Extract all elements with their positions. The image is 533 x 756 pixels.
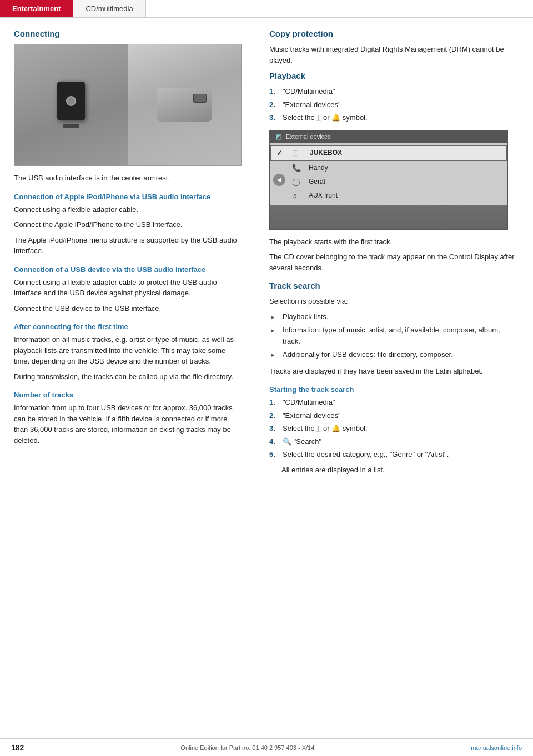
bullet-arrow-3: ▸: [271, 350, 278, 360]
number-of-tracks-title: Number of tracks: [14, 391, 241, 399]
starting-step-5: 5. Select the desired category, e.g., "G…: [269, 449, 519, 460]
aux-label: AUX front: [309, 191, 502, 199]
track-bullet-3: ▸ Additionally for USB devices: file dir…: [269, 349, 519, 360]
screen-nav-arrow-left: ◀: [273, 174, 285, 186]
usb-device-title: Connection of a USB device via the USB a…: [14, 265, 241, 274]
screen-row-handy: 📞 Handy: [270, 161, 507, 175]
usb-device-image-left: [14, 44, 128, 165]
apple-ipod-p3: The Apple iPod/iPhone menu structure is …: [14, 235, 241, 256]
playback-first-track: The playback starts with the first track…: [269, 236, 519, 248]
starting-step-1: 1. "CD/Multimedia": [269, 397, 519, 408]
copy-protection-title: Copy protection: [269, 29, 519, 38]
track-search-title: Track search: [269, 281, 519, 290]
footer-edition-text: Online Edition for Part no. 01 40 2 957 …: [180, 744, 314, 751]
playback-step-1: 1. "CD/Multimedia": [269, 86, 519, 97]
track-bullet-1: ▸ Playback lists.: [269, 311, 519, 322]
footer-site-link: manualsonline.info: [471, 744, 522, 751]
playback-steps-list: 1. "CD/Multimedia" 2. "External devices"…: [269, 86, 519, 123]
usb-device-p1: Connect using a flexible adapter cable t…: [14, 277, 241, 299]
handy-icon: 📞: [292, 164, 303, 172]
starting-all-entries: All entries are displayed in a list.: [269, 465, 519, 476]
track-latin-alphabet: Tracks are displayed if they have been s…: [269, 366, 519, 377]
screen-row-geraet: ◯ Gerät: [270, 175, 507, 189]
screen-row-jukebox: ✓ ⌶ JUKEBOX: [270, 145, 507, 161]
playback-cd-cover: The CD cover belonging to the track may …: [269, 251, 519, 273]
page-number: 182: [11, 743, 24, 752]
aux-spacer: [275, 191, 286, 200]
tab-entertainment[interactable]: Entertainment: [0, 0, 73, 17]
bullet-arrow-2: ▸: [271, 326, 278, 346]
after-connecting-title: After connecting for the first time: [14, 322, 241, 331]
handy-spacer: [275, 164, 286, 172]
apple-ipod-p2: Connect the Apple iPod/iPhone to the USB…: [14, 219, 241, 230]
jukebox-label: JUKEBOX: [310, 149, 501, 157]
screen-rows-container: ✓ ⌶ JUKEBOX 📞 Handy ◯ Gerät: [270, 143, 507, 205]
apple-ipod-p1: Connect using a flexible adapter cable.: [14, 204, 241, 215]
usb-device-p2: Connect the USB device to the USB interf…: [14, 303, 241, 314]
external-devices-screen: ◩ External devices ✓ ⌶ JUKEBOX 📞 Handy: [269, 130, 508, 230]
copy-protection-p1: Music tracks with integrated Digital Rig…: [269, 44, 519, 65]
starting-steps-list: 1. "CD/Multimedia" 2. "External devices"…: [269, 397, 519, 460]
starting-step-3: 3. Select the ⌶ or 🔔 symbol.: [269, 423, 519, 434]
starting-step-4: 4. 🔍 "Search": [269, 436, 519, 447]
starting-step-2: 2. "External devices": [269, 410, 519, 421]
after-connecting-p1: Information on all music tracks, e.g. ar…: [14, 334, 241, 367]
footer: 182 Online Edition for Part no. 01 40 2 …: [0, 738, 533, 756]
geraet-icon: ◯: [292, 178, 303, 186]
playback-title: Playback: [269, 71, 519, 80]
bullet-arrow-1: ▸: [271, 313, 278, 322]
handy-label: Handy: [309, 164, 502, 172]
screen-header-icon: ◩: [275, 133, 281, 140]
track-bullet-2: ▸ Information: type of music, artist, an…: [269, 325, 519, 346]
track-search-bullets: ▸ Playback lists. ▸ Information: type of…: [269, 311, 519, 360]
header-tabs: Entertainment CD/multimedia: [0, 0, 533, 18]
usb-armrest-image-right: [128, 44, 241, 165]
screen-row-aux: ♬ AUX front: [270, 189, 507, 203]
geraet-label: Gerät: [309, 178, 502, 185]
after-connecting-p2: During transmission, the tracks can be c…: [14, 371, 241, 382]
track-search-intro: Selection is possible via:: [269, 296, 519, 307]
left-column: Connecting: [0, 18, 255, 491]
jukebox-icon: ⌶: [293, 149, 304, 157]
playback-step-3: 3. Select the ⌶ or 🔔 symbol.: [269, 112, 519, 123]
apple-ipod-title: Connection of Apple iPod/iPhone via USB …: [14, 193, 241, 201]
starting-track-search-title: Starting the track search: [269, 385, 519, 394]
tab-cd-multimedia[interactable]: CD/multimedia: [73, 0, 145, 17]
connecting-title: Connecting: [14, 29, 241, 38]
right-column: Copy protection Music tracks with integr…: [255, 18, 533, 491]
aux-icon: ♬: [292, 191, 303, 200]
check-icon: ✓: [276, 149, 288, 157]
main-content: Connecting: [0, 18, 533, 491]
connecting-para1: The USB audio interface is in the center…: [14, 173, 241, 184]
playback-step-2: 2. "External devices": [269, 99, 519, 110]
screen-header-title: External devices: [286, 133, 331, 140]
usb-image: [14, 44, 242, 166]
screen-header-bar: ◩ External devices: [270, 130, 507, 143]
number-of-tracks-p1: Information from up to four USB devices …: [14, 402, 241, 446]
